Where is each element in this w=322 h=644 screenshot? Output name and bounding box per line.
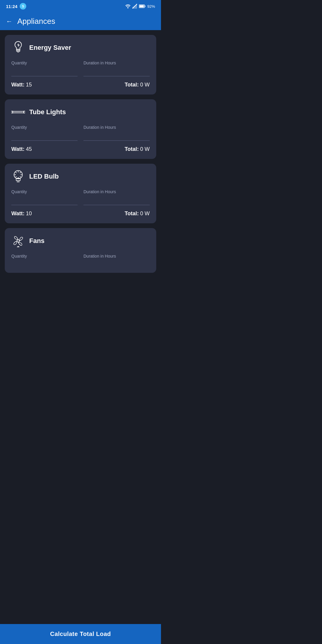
fans-quantity-label: Quantity: [11, 254, 78, 258]
watt-label-es: Watt:: [11, 82, 24, 88]
fans-inputs-partial: Quantity Duration in Hours: [11, 254, 150, 269]
svg-point-26: [17, 240, 19, 242]
status-bar-right: 92%: [125, 4, 155, 9]
tube-lights-header: Tube Lights: [11, 105, 150, 119]
svg-line-22: [16, 172, 17, 173]
page-title: Appliances: [17, 17, 55, 26]
tube-lights-inputs: Quantity Duration in Hours: [11, 125, 150, 141]
fans-title: Fans: [29, 237, 44, 245]
energy-saver-quantity-input[interactable]: [11, 67, 78, 76]
watt-label-lb: Watt:: [11, 210, 24, 216]
status-time: 11:24: [6, 4, 17, 9]
energy-saver-total: Total: 0 W: [125, 82, 150, 88]
led-bulb-title: LED Bulb: [29, 173, 59, 180]
energy-saver-card: Energy Saver Quantity Duration in Hours …: [5, 35, 156, 95]
fans-duration-label: Duration in Hours: [83, 254, 150, 258]
fans-quantity-group: Quantity: [11, 254, 78, 269]
watt-label-tl: Watt:: [11, 146, 24, 152]
energy-saver-duration-input[interactable]: [83, 67, 150, 76]
svg-rect-9: [16, 49, 20, 50]
fan-icon: [11, 234, 25, 248]
svg-rect-8: [139, 5, 144, 7]
fans-header: Fans: [11, 234, 150, 248]
tube-lights-total: Total: 0 W: [125, 146, 150, 152]
s-app-icon: S: [20, 3, 26, 10]
led-bulb-duration-label: Duration in Hours: [83, 189, 150, 194]
total-value-es: 0 W: [140, 82, 150, 88]
status-bar-left: 11:24 S: [6, 3, 26, 10]
tube-lights-duration-input[interactable]: [83, 131, 150, 141]
tube-lights-footer: Watt: 45 Total: 0 W: [11, 146, 150, 152]
fans-card: Fans Quantity Duration in Hours: [5, 228, 156, 273]
svg-rect-10: [16, 50, 20, 51]
energy-saver-footer: Watt: 15 Total: 0 W: [11, 82, 150, 88]
energy-saver-title: Energy Saver: [29, 44, 71, 52]
energy-saver-header: Energy Saver: [11, 41, 150, 55]
energy-saver-watt: Watt: 15: [11, 82, 32, 88]
tube-lights-duration-group: Duration in Hours: [83, 125, 150, 141]
led-bulb-quantity-label: Quantity: [11, 189, 78, 194]
led-bulb-total: Total: 0 W: [125, 210, 150, 217]
tube-lights-quantity-group: Quantity: [11, 125, 78, 141]
battery-icon: [139, 4, 145, 8]
battery-percent: 92%: [147, 4, 155, 9]
led-bulb-duration-input[interactable]: [83, 196, 150, 205]
watt-value-lb: 10: [26, 210, 32, 216]
svg-rect-7: [145, 6, 145, 7]
tube-lights-duration-label: Duration in Hours: [83, 125, 150, 130]
tube-lights-title: Tube Lights: [29, 108, 66, 116]
tube-lights-card: Tube Lights Quantity Duration in Hours W…: [5, 99, 156, 159]
energy-saver-inputs: Quantity Duration in Hours: [11, 61, 150, 76]
svg-line-24: [20, 172, 21, 173]
watt-value-tl: 45: [26, 146, 32, 152]
led-bulb-quantity-input[interactable]: [11, 196, 78, 205]
main-content: Energy Saver Quantity Duration in Hours …: [0, 30, 161, 303]
total-label-lb: Total:: [125, 210, 139, 216]
fans-duration-input[interactable]: [83, 260, 150, 269]
led-bulb-quantity-group: Quantity: [11, 189, 78, 205]
energy-saver-quantity-label: Quantity: [11, 61, 78, 65]
led-bulb-header: LED Bulb: [11, 170, 150, 183]
total-label-tl: Total:: [125, 146, 139, 152]
energy-saver-duration-label: Duration in Hours: [83, 61, 150, 65]
signal-icon: [132, 4, 137, 9]
led-bulb-footer: Watt: 10 Total: 0 W: [11, 210, 150, 217]
led-bulb-card: LED Bulb Quantity Duration in Hours Watt…: [5, 164, 156, 223]
tube-lights-watt: Watt: 45: [11, 146, 32, 152]
energy-saver-quantity-group: Quantity: [11, 61, 78, 76]
tube-lights-quantity-label: Quantity: [11, 125, 78, 130]
svg-line-25: [16, 177, 17, 177]
led-bulb-icon: [11, 170, 25, 183]
svg-point-0: [127, 7, 129, 8]
led-bulb-duration-group: Duration in Hours: [83, 189, 150, 205]
led-bulb-inputs: Quantity Duration in Hours: [11, 189, 150, 205]
energy-saver-icon: [11, 41, 25, 55]
fans-duration-group: Duration in Hours: [83, 254, 150, 269]
back-button[interactable]: ←: [6, 18, 13, 25]
energy-saver-duration-group: Duration in Hours: [83, 61, 150, 76]
watt-value-es: 15: [26, 82, 32, 88]
tube-lights-quantity-input[interactable]: [11, 131, 78, 141]
tube-light-icon: [11, 105, 25, 119]
status-bar: 11:24 S: [0, 0, 161, 13]
total-value-tl: 0 W: [140, 146, 150, 152]
total-value-lb: 0 W: [140, 210, 150, 216]
total-label-es: Total:: [125, 82, 139, 88]
svg-line-23: [20, 177, 21, 177]
wifi-icon: [125, 4, 131, 8]
nav-bar: ← Appliances: [0, 13, 161, 30]
fans-quantity-input[interactable]: [11, 260, 78, 269]
led-bulb-watt: Watt: 10: [11, 210, 32, 217]
